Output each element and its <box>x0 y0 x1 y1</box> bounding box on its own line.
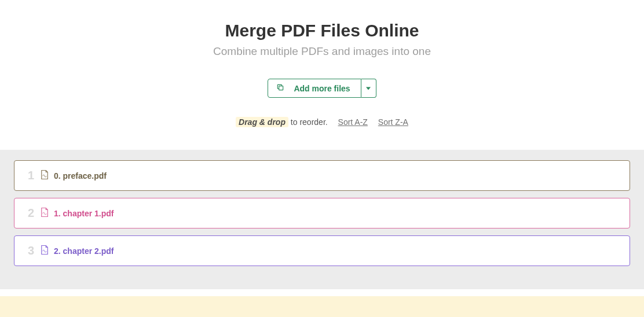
page-title: Merge PDF Files Online <box>0 21 644 40</box>
add-more-files-button[interactable]: Add more files <box>268 79 361 98</box>
file-list: 1 0. preface.pdf 2 1. chapter 1.pdf 3 <box>0 150 644 289</box>
file-row[interactable]: 1 0. preface.pdf <box>14 160 630 191</box>
file-name: 0. preface.pdf <box>54 171 107 180</box>
drag-drop-hint: Drag & drop <box>236 117 288 127</box>
file-name: 1. chapter 1.pdf <box>54 209 114 218</box>
hint-row: Drag & drop to reorder. Sort A-Z Sort Z-… <box>0 117 644 127</box>
bottom-band <box>0 296 644 317</box>
page-subtitle: Combine multiple PDFs and images into on… <box>0 45 644 58</box>
sort-za-link[interactable]: Sort Z-A <box>378 117 408 127</box>
file-row[interactable]: 2 1. chapter 1.pdf <box>14 198 630 228</box>
file-index: 2 <box>21 207 34 220</box>
caret-down-icon <box>366 84 371 93</box>
svg-rect-0 <box>279 86 283 90</box>
pdf-file-icon <box>40 245 49 257</box>
file-row[interactable]: 3 2. chapter 2.pdf <box>14 235 630 266</box>
hint-rest: to reorder. <box>288 117 328 127</box>
sort-az-link[interactable]: Sort A-Z <box>338 117 368 127</box>
add-files-group: Add more files <box>268 79 376 98</box>
file-index: 1 <box>21 169 34 182</box>
add-more-files-label: Add more files <box>294 84 350 93</box>
add-files-dropdown-button[interactable] <box>361 79 376 98</box>
file-name: 2. chapter 2.pdf <box>54 246 114 256</box>
pdf-file-icon <box>40 169 49 182</box>
copy-icon <box>276 83 284 93</box>
file-index: 3 <box>21 244 34 257</box>
pdf-file-icon <box>40 207 49 220</box>
